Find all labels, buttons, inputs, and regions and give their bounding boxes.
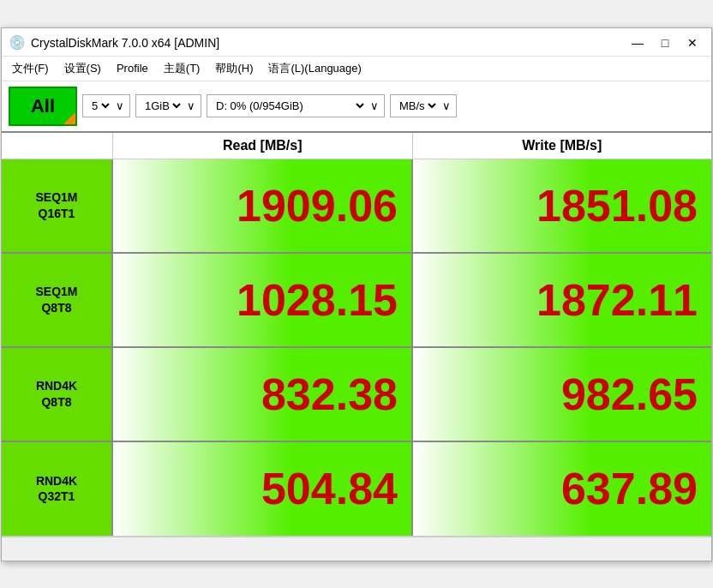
unit-chevron-icon: ∨ (442, 99, 451, 112)
header-read: Read [MB/s] (113, 133, 413, 159)
header-write: Write [MB/s] (413, 133, 712, 159)
row-label-seq1m-q8t8: SEQ1M Q8T8 (2, 254, 113, 346)
drive-select[interactable]: D: 0% (0/954GiB) ∨ (207, 94, 385, 117)
count-dropdown[interactable]: 5 (88, 99, 112, 113)
row-read-seq1m-q8t8: 1028.15 (113, 254, 413, 346)
minimize-button[interactable]: — (626, 33, 650, 52)
title-bar-left: 💿 CrystalDiskMark 7.0.0 x64 [ADMIN] (9, 34, 219, 51)
row-read-rnd4k-q32t1: 504.84 (113, 442, 413, 536)
menu-bar: 文件(F) 设置(S) Profile 主题(T) 帮助(H) 语言(L)(La… (2, 57, 711, 81)
toolbar: All 5 ∨ 1GiB ∨ D: 0% (0/954GiB) ∨ MB/s ∨ (2, 81, 711, 133)
drive-dropdown[interactable]: D: 0% (0/954GiB) (213, 99, 367, 113)
table-row: RND4K Q8T8 832.38 982.65 (2, 348, 711, 442)
menu-profile[interactable]: Profile (110, 59, 155, 77)
size-chevron-icon: ∨ (187, 99, 195, 112)
table-row: RND4K Q32T1 504.84 637.89 (2, 442, 711, 537)
title-bar: 💿 CrystalDiskMark 7.0.0 x64 [ADMIN] — □ … (2, 28, 711, 57)
row-write-seq1m-q16t1: 1851.08 (413, 159, 711, 252)
close-button[interactable]: ✕ (680, 33, 704, 52)
content-area: Read [MB/s] Write [MB/s] SEQ1M Q16T1 190… (2, 133, 711, 537)
unit-select[interactable]: MB/s ∨ (390, 94, 457, 117)
menu-help[interactable]: 帮助(H) (208, 58, 260, 79)
row-write-seq1m-q8t8: 1872.11 (413, 254, 711, 346)
row-label-rnd4k-q8t8: RND4K Q8T8 (2, 348, 113, 441)
row-label-seq1m-q16t1: SEQ1M Q16T1 (2, 159, 113, 252)
size-dropdown[interactable]: 1GiB (141, 99, 183, 113)
table-row: SEQ1M Q8T8 1028.15 1872.11 (2, 254, 711, 348)
window-title: CrystalDiskMark 7.0.0 x64 [ADMIN] (31, 36, 219, 50)
size-select[interactable]: 1GiB ∨ (135, 94, 201, 117)
header-empty-cell (2, 133, 113, 159)
row-read-seq1m-q16t1: 1909.06 (113, 159, 413, 252)
window-controls: — □ ✕ (626, 33, 704, 52)
menu-file[interactable]: 文件(F) (5, 58, 56, 79)
table-body: SEQ1M Q16T1 1909.06 1851.08 SEQ1M Q8T8 1… (2, 159, 711, 537)
app-window: 💿 CrystalDiskMark 7.0.0 x64 [ADMIN] — □ … (1, 27, 712, 561)
row-read-rnd4k-q8t8: 832.38 (113, 348, 413, 441)
maximize-button[interactable]: □ (653, 33, 677, 52)
menu-theme[interactable]: 主题(T) (157, 58, 207, 79)
row-label-rnd4k-q32t1: RND4K Q32T1 (2, 442, 113, 536)
table-header: Read [MB/s] Write [MB/s] (2, 133, 711, 159)
count-chevron-icon: ∨ (116, 99, 124, 112)
table-row: SEQ1M Q16T1 1909.06 1851.08 (2, 159, 711, 254)
row-write-rnd4k-q32t1: 637.89 (413, 442, 711, 536)
app-icon: 💿 (9, 34, 26, 51)
menu-language[interactable]: 语言(L)(Language) (261, 58, 368, 79)
status-bar (2, 537, 711, 561)
unit-dropdown[interactable]: MB/s (396, 99, 439, 113)
all-button[interactable]: All (9, 87, 77, 126)
drive-chevron-icon: ∨ (370, 99, 379, 112)
count-select[interactable]: 5 ∨ (82, 94, 130, 117)
menu-settings[interactable]: 设置(S) (57, 58, 108, 79)
row-write-rnd4k-q8t8: 982.65 (413, 348, 711, 441)
